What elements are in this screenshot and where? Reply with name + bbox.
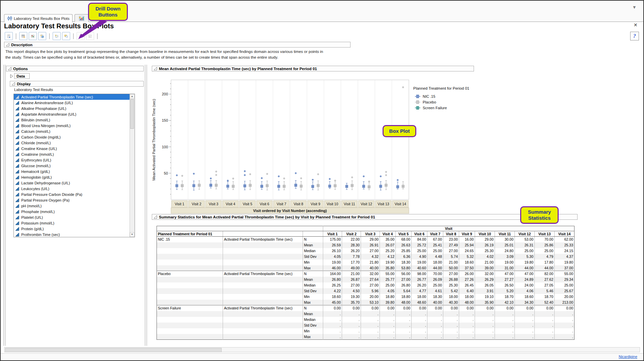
summary-section-header[interactable]: Summary Statistics for Mean Activated Pa… <box>152 214 578 220</box>
stat-label-cell: Max <box>303 334 323 340</box>
svg-text:200: 200 <box>162 92 168 96</box>
stat-value-cell: 0.00 <box>459 305 475 311</box>
list-item[interactable]: Partial Pressure Oxygen (Pa) <box>14 197 135 203</box>
tab-lab-test-results[interactable]: Laboratory Test Results Box Plots <box>4 14 73 22</box>
list-item[interactable]: Calcium (mmol/L) <box>14 128 135 134</box>
stat-value-cell: 4.77 <box>412 288 427 294</box>
close-icon[interactable]: ✕ <box>634 22 638 28</box>
data-table-button[interactable] <box>19 32 27 40</box>
disclosure-closed-icon[interactable] <box>10 74 13 78</box>
list-item[interactable]: Bilirubin (mmol/L) <box>14 117 135 123</box>
table-row: Mean.............. <box>157 311 575 317</box>
stat-value-cell: . <box>412 317 427 323</box>
stat-value-cell: . <box>475 311 495 317</box>
scroll-down-icon[interactable]: ▼ <box>130 232 134 237</box>
stat-value-cell: 25.30 <box>475 248 495 254</box>
list-item[interactable]: Leukocytes (U/L) <box>14 186 135 191</box>
stat-value-cell: 18.70 <box>535 294 555 300</box>
list-item[interactable]: Aspartate Aminotransferase (U/L) <box>14 111 135 117</box>
stat-value-cell: 26.59 <box>323 242 342 248</box>
data-section-header[interactable]: Data <box>14 73 30 79</box>
table-row: Mean26.8026.8727.6425.7727.0026.7726.092… <box>157 277 575 282</box>
hscroll-thumb[interactable] <box>5 348 222 352</box>
panel-splitter[interactable] <box>145 65 147 346</box>
list-item[interactable]: Hematocrit (g/dL) <box>14 169 135 174</box>
stat-value-cell: . <box>515 317 535 323</box>
list-item[interactable]: Alkaline Phosphatase (U/L) <box>14 106 135 111</box>
callout-text: Buttons <box>89 12 127 18</box>
disclosure-open-icon[interactable] <box>11 82 15 86</box>
list-item-label: Calcium (mmol/L) <box>21 129 50 133</box>
display-section-header[interactable]: Display <box>10 81 144 87</box>
list-item[interactable]: Protein (g/dL) <box>14 226 135 232</box>
stat-value-cell: 26.20 <box>342 248 361 254</box>
annotate-button[interactable] <box>62 32 70 40</box>
chart-header-label: Mean Activated Partial Thromboplastin Ti… <box>159 67 317 71</box>
test-cell <box>223 334 303 340</box>
stat-value-cell: 42.10 <box>495 300 515 305</box>
stat-value-cell: . <box>427 311 443 317</box>
disclosure-open-icon[interactable] <box>153 67 157 70</box>
list-item[interactable]: Lactate Dehydrogenase (U/L) <box>14 180 135 186</box>
list-item[interactable]: Creatine Kinase (U/L) <box>14 146 135 151</box>
visit-column-header: Visit 2 <box>342 231 361 237</box>
test-triangle-icon <box>15 95 19 99</box>
stat-label-cell: Median <box>303 248 323 254</box>
stat-value-cell: 4.02 <box>475 254 495 260</box>
description-section-header[interactable]: Description <box>4 42 351 48</box>
list-item[interactable]: Glucose (mmol/L) <box>14 163 135 169</box>
chart-section-header[interactable]: Mean Activated Partial Thromboplastin Ti… <box>152 66 474 71</box>
lab-test-list[interactable]: Activated Partial Thromboplastin Time (s… <box>13 94 135 237</box>
new-note-button[interactable] <box>53 32 61 40</box>
stat-value-cell: 53.80 <box>396 265 412 271</box>
disclosure-open-icon[interactable] <box>8 67 11 70</box>
study-link[interactable]: Nicardipine <box>619 355 637 359</box>
disclosure-open-icon[interactable] <box>153 215 157 219</box>
list-item[interactable]: Erythrocytes (U/L) <box>14 157 135 163</box>
options-section-header[interactable]: Options <box>6 66 144 71</box>
stat-value-cell: . <box>380 323 396 328</box>
list-item[interactable]: Carbon Dioxide (mg/dL) <box>14 134 135 140</box>
disclosure-open-icon[interactable] <box>6 43 9 47</box>
stat-value-cell: . <box>412 334 427 340</box>
legend-item[interactable]: NIC .15 <box>423 94 435 98</box>
list-item[interactable]: Alanine Aminotransferase (U/L) <box>14 100 135 106</box>
window-menu-caret-icon[interactable]: ▼ <box>632 5 637 10</box>
list-item[interactable]: Chloride (mmol/L) <box>14 140 135 146</box>
test-cell <box>223 265 303 271</box>
report-button[interactable] <box>5 32 13 40</box>
legend-item[interactable]: Screen Failure <box>423 106 447 110</box>
list-item-label: Partial Pressure Carbon Dioxide (Pa) <box>21 192 82 197</box>
list-item[interactable]: Potassium (mmol/L) <box>14 220 135 226</box>
image-export-button[interactable] <box>29 32 37 40</box>
list-item[interactable]: Prothrombin Time (sec) <box>14 232 135 237</box>
list-item[interactable]: Hemoglobin (g/dL) <box>14 174 135 180</box>
scroll-thumb[interactable] <box>130 99 134 129</box>
list-item[interactable]: Activated Partial Thromboplastin Time (s… <box>14 94 135 100</box>
horizontal-scrollbar[interactable] <box>4 347 640 352</box>
stat-label-cell: N <box>303 305 323 311</box>
help-button[interactable]: ? <box>630 32 639 40</box>
list-item[interactable]: Platelet (U/L) <box>14 214 135 220</box>
svg-text:50: 50 <box>164 171 168 175</box>
list-item[interactable]: pH (mmol/L) <box>14 203 135 209</box>
list-item[interactable]: Creatinine (mmol/L) <box>14 151 135 157</box>
legend-item[interactable]: Placebo <box>423 100 436 104</box>
treatment-cell <box>157 328 223 334</box>
stat-value-cell: 26.88 <box>443 277 459 282</box>
list-item[interactable]: Partial Pressure Carbon Dioxide (Pa) <box>14 191 135 197</box>
box-plot-chart[interactable]: 50100150200Mean Activated Partial Thromb… <box>152 72 476 214</box>
stat-value-cell: 27.00 <box>361 282 380 288</box>
publish-button[interactable] <box>38 32 46 40</box>
scroll-up-icon[interactable]: ▲ <box>130 94 134 99</box>
stat-value-cell: 27.64 <box>361 277 380 282</box>
list-item[interactable]: Phosphate (mmol/L) <box>14 209 135 214</box>
stat-value-cell: 21.00 <box>342 271 361 277</box>
list-item[interactable]: Blood Urea Nitrogen (mmol/L) <box>14 123 135 128</box>
list-scrollbar[interactable]: ▲ ▼ <box>130 94 135 237</box>
stat-value-cell: 62.00 <box>555 237 575 242</box>
stat-label-cell: N <box>303 237 323 242</box>
stat-value-cell: 44.00 <box>427 265 443 271</box>
stat-label-cell: Median <box>303 317 323 323</box>
stat-value-cell: . <box>555 328 575 334</box>
